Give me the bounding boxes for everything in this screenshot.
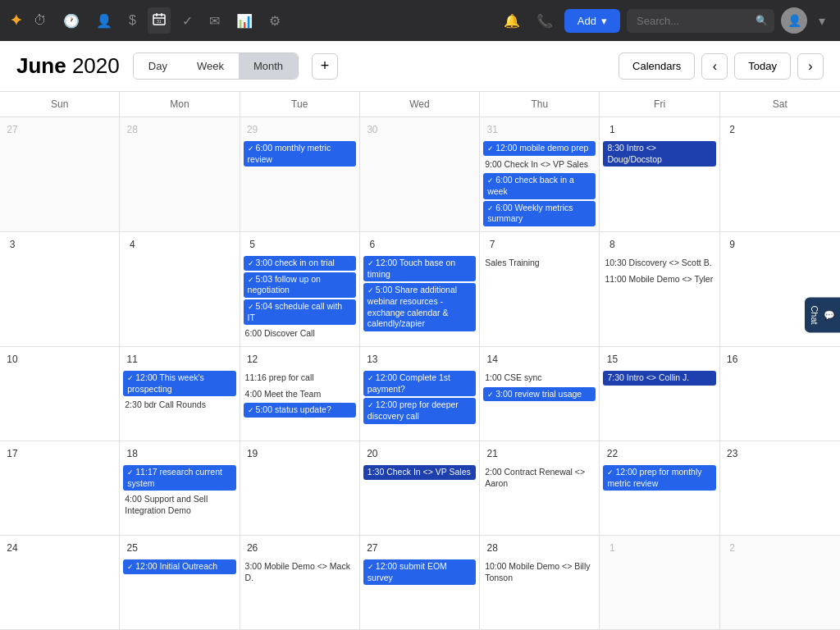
calendar-event[interactable]: ✓11:17 research current system bbox=[123, 465, 235, 491]
calendar-cell[interactable]: 7Sales Training bbox=[480, 232, 600, 347]
calendar-cell[interactable]: 23 bbox=[720, 441, 840, 536]
calendar-event[interactable]: ✓5:00 Share additional webinar resources… bbox=[363, 283, 476, 331]
contact-icon[interactable]: 👤 bbox=[91, 8, 117, 34]
calendar-cell[interactable]: 31✓12:00 mobile demo prep9:00 Check In <… bbox=[480, 117, 600, 232]
calendar-cell[interactable]: 22✓12:00 prep for monthly metric review bbox=[600, 441, 719, 536]
calendar-cell[interactable]: 11✓12:00 This week's prospecting2:30 bdr… bbox=[120, 347, 240, 441]
calendar-event[interactable]: ✓12:00 Complete 1st payment? bbox=[363, 371, 476, 396]
chat-widget[interactable]: 💬 Chat bbox=[805, 297, 840, 332]
calendar-cell[interactable]: 810:30 Discovery <> Scott B.11:00 Mobile… bbox=[600, 232, 719, 347]
calendar-cell[interactable]: 6✓12:00 Touch base on timing✓5:00 Share … bbox=[360, 232, 480, 347]
calendar-event[interactable]: ✓5:00 status update? bbox=[244, 403, 356, 418]
tasks-icon[interactable]: ✓ bbox=[177, 8, 198, 34]
calendar-event[interactable]: ✓12:00 prep for deeper discovery call bbox=[363, 398, 476, 423]
calendar-cell[interactable]: 29✓6:00 monthly metric review bbox=[240, 117, 360, 232]
calendar-event[interactable]: ✓3:00 review trial usage bbox=[483, 387, 596, 402]
calendar-cell[interactable]: 212:00 Contract Renewal <> Aaron bbox=[480, 441, 600, 536]
calendars-button[interactable]: Calendars bbox=[619, 52, 695, 80]
clock-icon[interactable]: 🕐 bbox=[58, 8, 84, 34]
day-number: 2 bbox=[724, 539, 742, 557]
calendar-cell[interactable]: 28 bbox=[120, 117, 240, 232]
calendar-cell[interactable]: 1 bbox=[600, 536, 719, 630]
calendar-event[interactable]: 7:30 Intro <> Collin J. bbox=[603, 371, 715, 386]
calendar-cell[interactable]: 18✓11:17 research current system4:00 Sup… bbox=[120, 441, 240, 536]
reports-icon[interactable]: 📊 bbox=[231, 8, 258, 34]
calendar-cell[interactable]: 201:30 Check In <> VP Sales bbox=[360, 441, 480, 536]
calendar-event[interactable]: ✓3:00 check in on trial bbox=[244, 256, 356, 271]
event-text: 12:00 prep for monthly metric review bbox=[607, 467, 701, 488]
calendar-event[interactable]: ✓12:00 This week's prospecting bbox=[123, 371, 235, 396]
calendar-event[interactable]: ✓5:04 schedule call with IT bbox=[244, 299, 356, 325]
calendar-event[interactable]: 10:00 Mobile Demo <> Billy Tonson bbox=[483, 559, 596, 585]
calendar-event[interactable]: 8:30 Intro <> Doug/Docstop bbox=[603, 141, 715, 167]
calendar-event[interactable]: ✓12:00 Initial Outreach bbox=[123, 559, 235, 574]
calendar-event[interactable]: 3:00 Mobile Demo <> Mack D. bbox=[244, 559, 356, 585]
calendar-cell[interactable]: 27 bbox=[0, 117, 120, 232]
calendar-event[interactable]: ✓5:03 follow up on negotiation bbox=[244, 272, 356, 298]
month-view-button[interactable]: Month bbox=[239, 53, 298, 79]
calendar-event[interactable]: ✓12:00 Touch base on timing bbox=[363, 256, 476, 281]
calendar-event[interactable]: 2:30 bdr Call Rounds bbox=[123, 398, 235, 413]
phone-icon[interactable]: 📞 bbox=[532, 8, 558, 34]
calendar-event[interactable]: 4:00 Meet the Team bbox=[244, 387, 356, 402]
calendar-event[interactable]: 11:00 Mobile Demo <> Tyler bbox=[603, 272, 715, 287]
calendar-cell[interactable]: 4 bbox=[120, 232, 240, 347]
messages-icon[interactable]: ✉ bbox=[204, 8, 225, 34]
calendar-cell[interactable]: 141:00 CSE sync✓3:00 review trial usage bbox=[480, 347, 600, 441]
calendar-event[interactable]: 1:30 Check In <> VP Sales bbox=[363, 465, 476, 480]
calendar-cell[interactable]: 1211:16 prep for call4:00 Meet the Team✓… bbox=[240, 347, 360, 441]
calendar-cell[interactable]: 2 bbox=[720, 536, 840, 630]
calendar-cell[interactable]: 27✓12:00 submit EOM survey bbox=[360, 536, 480, 630]
week-view-button[interactable]: Week bbox=[182, 53, 239, 79]
timer-icon[interactable]: ⏱ bbox=[29, 8, 52, 33]
day-view-button[interactable]: Day bbox=[134, 53, 182, 79]
calendar-event[interactable]: 2:00 Contract Renewal <> Aaron bbox=[483, 465, 596, 491]
calendar-cell[interactable]: 5✓3:00 check in on trial✓5:03 follow up … bbox=[240, 232, 360, 347]
add-button[interactable]: Add ▾ bbox=[564, 9, 620, 33]
calendar-cell[interactable]: 2 bbox=[720, 117, 840, 232]
prev-month-button[interactable]: ‹ bbox=[701, 53, 728, 80]
event-text: 12:00 Touch base on timing bbox=[368, 258, 455, 279]
calendar-event[interactable]: Sales Training bbox=[483, 256, 596, 271]
day-number: 4 bbox=[123, 235, 141, 253]
calendar-event[interactable]: 6:00 Discover Call bbox=[244, 326, 356, 341]
today-button[interactable]: Today bbox=[734, 52, 791, 80]
day-number: 10 bbox=[3, 350, 21, 368]
calendar-cell[interactable]: 13✓12:00 Complete 1st payment?✓12:00 pre… bbox=[360, 347, 480, 441]
calendar-cell[interactable]: 18:30 Intro <> Doug/Docstop bbox=[600, 117, 719, 232]
notifications-icon[interactable]: 🔔 bbox=[499, 8, 525, 34]
calendar-event[interactable]: 11:16 prep for call bbox=[244, 371, 356, 386]
calendar-event[interactable]: 1:00 CSE sync bbox=[483, 371, 596, 386]
calendar-event[interactable]: ✓12:00 submit EOM survey bbox=[363, 559, 476, 585]
calendar-cell[interactable]: 25✓12:00 Initial Outreach bbox=[120, 536, 240, 630]
calendar-event[interactable]: ✓12:00 prep for monthly metric review bbox=[603, 465, 715, 491]
calendar-event[interactable]: ✓6:00 monthly metric review bbox=[244, 141, 356, 167]
day-number: 16 bbox=[724, 350, 742, 368]
calendar-cell[interactable]: 3 bbox=[0, 232, 120, 347]
search-input[interactable] bbox=[627, 9, 774, 33]
calendar-event[interactable]: 9:00 Check In <> VP Sales bbox=[483, 158, 596, 172]
calendar-event[interactable]: ✓12:00 mobile demo prep bbox=[483, 141, 596, 156]
calendar-event[interactable]: 4:00 Support and Sell Integration Demo bbox=[123, 492, 235, 518]
calendar-event[interactable]: ✓6:00 Weekly metrics summary bbox=[483, 201, 596, 226]
calendar-cell[interactable]: 2810:00 Mobile Demo <> Billy Tonson bbox=[480, 536, 600, 630]
settings-icon[interactable]: ⚙ bbox=[264, 8, 285, 34]
event-check-icon: ✓ bbox=[368, 563, 374, 571]
add-event-plus-button[interactable]: + bbox=[312, 53, 338, 80]
calendar-cell[interactable]: 19 bbox=[240, 441, 360, 536]
calendar-cell[interactable]: 30 bbox=[360, 117, 480, 232]
next-month-button[interactable]: › bbox=[797, 53, 824, 80]
calendar-cell[interactable]: 263:00 Mobile Demo <> Mack D. bbox=[240, 536, 360, 630]
calendar-cell[interactable]: 24 bbox=[0, 536, 120, 630]
calendar-icon[interactable]: 31 bbox=[148, 7, 171, 34]
day-number: 25 bbox=[123, 539, 141, 557]
account-dropdown-icon[interactable]: ▾ bbox=[814, 8, 830, 34]
avatar[interactable]: 👤 bbox=[781, 7, 807, 34]
calendar-cell[interactable]: 157:30 Intro <> Collin J. bbox=[600, 347, 719, 441]
calendar-event[interactable]: ✓6:00 check back in a week bbox=[483, 173, 596, 199]
calendar-cell[interactable]: 17 bbox=[0, 441, 120, 536]
billing-icon[interactable]: $ bbox=[124, 8, 141, 33]
calendar-event[interactable]: 10:30 Discovery <> Scott B. bbox=[603, 256, 715, 271]
calendar-cell[interactable]: 16 bbox=[720, 347, 840, 441]
calendar-cell[interactable]: 10 bbox=[0, 347, 120, 441]
